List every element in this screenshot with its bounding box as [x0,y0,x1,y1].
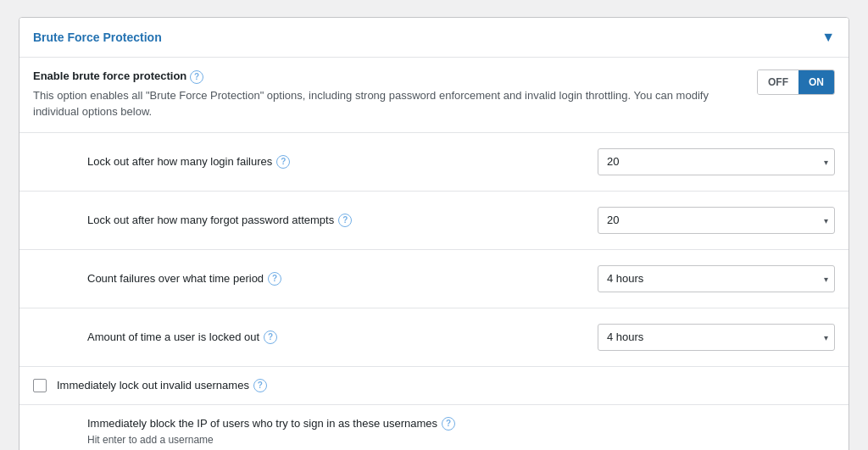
lockout-duration-select[interactable]: 4 hours [598,324,835,351]
toggle-off-button[interactable]: OFF [758,70,798,94]
count-failures-select-wrapper: 4 hours ▾ [598,265,835,292]
panel-title: Brute Force Protection [33,31,162,44]
block-ip-hint: Hit enter to add a username [87,434,835,446]
panel-header: Brute Force Protection ▼ [19,18,849,58]
lockout-invalid-usernames-label: Immediately lock out invalid usernames ? [57,379,267,392]
enable-label: Enable brute force protection ? [33,69,743,84]
brute-force-panel: Brute Force Protection ▼ Enable brute fo… [19,17,849,450]
count-failures-select[interactable]: 4 hours [598,265,835,292]
panel-collapse-icon[interactable]: ▼ [821,30,835,45]
lockout-invalid-usernames-checkbox[interactable] [33,379,47,392]
lockout-invalid-help-icon[interactable]: ? [253,379,267,392]
block-ip-row: Immediately block the IP of users who tr… [19,405,849,451]
count-failures-help-icon[interactable]: ? [268,272,281,286]
login-failures-row: Lock out after how many login failures ?… [19,133,849,192]
count-failures-row: Count failures over what time period ? 4… [19,250,849,308]
login-failures-select[interactable]: 20 [598,148,835,175]
login-failures-label: Lock out after how many login failures ? [87,155,290,169]
count-failures-label: Count failures over what time period ? [87,272,281,286]
forgot-password-label: Lock out after how many forgot password … [87,214,352,227]
lockout-invalid-usernames-row: Immediately lock out invalid usernames ? [19,367,849,405]
panel-body: Enable brute force protection ? This opt… [19,58,849,450]
forgot-password-select[interactable]: 20 [598,207,835,234]
toggle-on-button[interactable]: ON [798,70,834,94]
enable-brute-force-row: Enable brute force protection ? This opt… [19,58,849,133]
lockout-duration-help-icon[interactable]: ? [264,331,277,344]
enable-description: This option enables all "Brute Force Pro… [33,87,743,120]
login-failures-help-icon[interactable]: ? [276,155,290,169]
forgot-password-row: Lock out after how many forgot password … [19,192,849,250]
block-ip-label: Immediately block the IP of users who tr… [87,417,835,431]
forgot-password-help-icon[interactable]: ? [338,214,352,227]
forgot-password-select-wrapper: 20 ▾ [598,207,835,234]
enable-text-block: Enable brute force protection ? This opt… [33,69,743,120]
lockout-duration-select-wrapper: 4 hours ▾ [598,324,835,351]
lockout-duration-label: Amount of time a user is locked out ? [87,331,277,344]
lockout-duration-row: Amount of time a user is locked out ? 4 … [19,308,849,367]
block-ip-help-icon[interactable]: ? [442,417,455,431]
enable-toggle-group: OFF ON [757,69,835,95]
login-failures-select-wrapper: 20 ▾ [598,148,835,175]
enable-help-icon[interactable]: ? [190,70,203,84]
